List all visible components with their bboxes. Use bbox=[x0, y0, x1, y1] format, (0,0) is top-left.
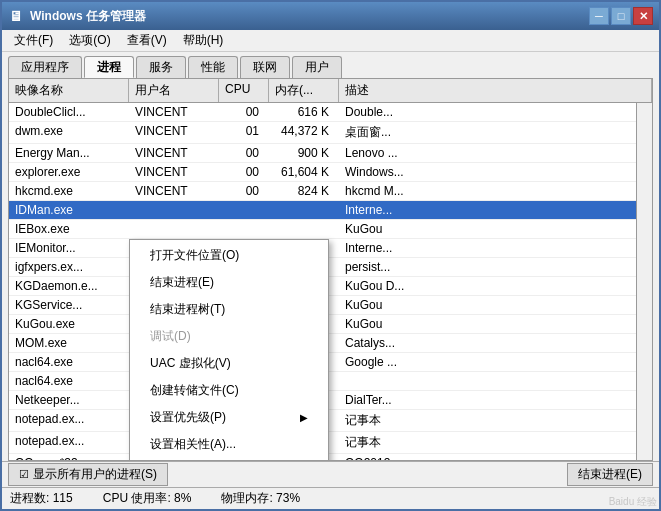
cell-cpu: 00 bbox=[219, 103, 269, 121]
cell-desc: Interne... bbox=[339, 201, 652, 219]
cell-user bbox=[129, 220, 219, 238]
cell-name: notepad.ex... bbox=[9, 410, 129, 431]
context-menu-item[interactable]: 结束进程树(T) bbox=[130, 296, 328, 323]
mem-usage-label: 物理内存: 73% bbox=[221, 490, 300, 507]
cpu-usage-label: CPU 使用率: 8% bbox=[103, 490, 192, 507]
cell-name: Energy Man... bbox=[9, 144, 129, 162]
cell-desc: DialTer... bbox=[339, 391, 652, 409]
cell-name: DoubleClicl... bbox=[9, 103, 129, 121]
cell-name: explorer.exe bbox=[9, 163, 129, 181]
context-menu-item[interactable]: 设置优先级(P)▶ bbox=[130, 404, 328, 431]
minimize-button[interactable]: ─ bbox=[589, 7, 609, 25]
tab-apps[interactable]: 应用程序 bbox=[8, 56, 82, 78]
table-row[interactable]: notepad.ex... 记事本 bbox=[9, 432, 652, 454]
context-menu-item[interactable]: UAC 虚拟化(V) bbox=[130, 350, 328, 377]
cell-desc: Interne... bbox=[339, 239, 652, 257]
cell-mem: 824 K bbox=[269, 182, 339, 200]
cell-desc: Google ... bbox=[339, 353, 652, 371]
col-header-desc[interactable]: 描述 bbox=[339, 79, 652, 102]
cell-desc bbox=[339, 372, 652, 390]
context-menu: 打开文件位置(O)结束进程(E)结束进程树(T)调试(D)UAC 虚拟化(V)创… bbox=[129, 239, 329, 461]
table-row[interactable]: DoubleClicl... VINCENT 00 616 K Double..… bbox=[9, 103, 652, 122]
cell-user: VINCENT bbox=[129, 122, 219, 143]
menu-options[interactable]: 选项(O) bbox=[61, 30, 118, 51]
table-row[interactable]: KGDaemon.e... KuGou D... bbox=[9, 277, 652, 296]
table-body: DoubleClicl... VINCENT 00 616 K Double..… bbox=[9, 103, 652, 460]
table-row[interactable]: IEMonitor... Interne... bbox=[9, 239, 652, 258]
table-row[interactable]: igfxpers.ex... persist... bbox=[9, 258, 652, 277]
cell-user: VINCENT bbox=[129, 182, 219, 200]
main-content: 映像名称 用户名 CPU 内存(... 描述 DoubleClicl... VI… bbox=[8, 78, 653, 461]
cell-name: hkcmd.exe bbox=[9, 182, 129, 200]
table-row[interactable]: Netkeeper... DialTer... bbox=[9, 391, 652, 410]
end-process-button[interactable]: 结束进程(E) bbox=[567, 463, 653, 486]
table-row[interactable]: notepad.ex... 记事本 bbox=[9, 410, 652, 432]
maximize-button[interactable]: □ bbox=[611, 7, 631, 25]
cell-name: KGService... bbox=[9, 296, 129, 314]
tab-network[interactable]: 联网 bbox=[240, 56, 290, 78]
cell-user: VINCENT bbox=[129, 163, 219, 181]
cell-name: MOM.exe bbox=[9, 334, 129, 352]
tab-services[interactable]: 服务 bbox=[136, 56, 186, 78]
col-header-mem[interactable]: 内存(... bbox=[269, 79, 339, 102]
table-row[interactable]: MOM.exe Catalys... bbox=[9, 334, 652, 353]
cell-name: KuGou.exe bbox=[9, 315, 129, 333]
tab-performance[interactable]: 性能 bbox=[188, 56, 238, 78]
tab-users[interactable]: 用户 bbox=[292, 56, 342, 78]
table-row[interactable]: KuGou.exe KuGou bbox=[9, 315, 652, 334]
table-row[interactable]: explorer.exe VINCENT 00 61,604 K Windows… bbox=[9, 163, 652, 182]
table-row[interactable]: IEBox.exe KuGou bbox=[9, 220, 652, 239]
scrollbar[interactable] bbox=[636, 103, 652, 460]
cell-name: QQ.exe *32 bbox=[9, 454, 129, 460]
context-menu-item[interactable]: 创建转储文件(C) bbox=[130, 377, 328, 404]
col-header-user[interactable]: 用户名 bbox=[129, 79, 219, 102]
cell-name: Netkeeper... bbox=[9, 391, 129, 409]
menu-file[interactable]: 文件(F) bbox=[6, 30, 61, 51]
table-row[interactable]: nacl64.exe bbox=[9, 372, 652, 391]
cell-user bbox=[129, 201, 219, 219]
show-all-users-button[interactable]: ☑ 显示所有用户的进程(S) bbox=[8, 463, 168, 486]
window-title: Windows 任务管理器 bbox=[30, 8, 589, 25]
bottom-bar: ☑ 显示所有用户的进程(S) 结束进程(E) bbox=[2, 461, 659, 487]
tabs-bar: 应用程序 进程 服务 性能 联网 用户 bbox=[2, 52, 659, 78]
checkbox-icon: ☑ bbox=[19, 468, 29, 481]
table-row[interactable]: nacl64.exe Google ... bbox=[9, 353, 652, 372]
col-header-cpu[interactable]: CPU bbox=[219, 79, 269, 102]
table-row[interactable]: hkcmd.exe VINCENT 00 824 K hkcmd M... bbox=[9, 182, 652, 201]
cell-desc: KuGou bbox=[339, 220, 652, 238]
context-menu-item[interactable]: 属性(R) bbox=[130, 458, 328, 461]
context-menu-item[interactable]: 结束进程(E) bbox=[130, 269, 328, 296]
context-menu-item[interactable]: 打开文件位置(O) bbox=[130, 242, 328, 269]
cell-desc: persist... bbox=[339, 258, 652, 276]
col-header-name[interactable]: 映像名称 bbox=[9, 79, 129, 102]
table-row[interactable]: KGService... KuGou bbox=[9, 296, 652, 315]
menu-view[interactable]: 查看(V) bbox=[119, 30, 175, 51]
context-menu-item[interactable]: 设置相关性(A)... bbox=[130, 431, 328, 458]
status-bar: 进程数: 115 CPU 使用率: 8% 物理内存: 73% Baidu 经验 bbox=[2, 487, 659, 509]
cell-desc: 记事本 bbox=[339, 432, 652, 453]
cell-name: IEBox.exe bbox=[9, 220, 129, 238]
table-row[interactable]: QQ.exe *32 QQ2013 bbox=[9, 454, 652, 460]
menu-bar: 文件(F) 选项(O) 查看(V) 帮助(H) bbox=[2, 30, 659, 52]
title-bar-buttons: ─ □ ✕ bbox=[589, 7, 653, 25]
cell-name: igfxpers.ex... bbox=[9, 258, 129, 276]
cell-desc: KuGou D... bbox=[339, 277, 652, 295]
cell-mem: 61,604 K bbox=[269, 163, 339, 181]
title-bar: 🖥 Windows 任务管理器 ─ □ ✕ bbox=[2, 2, 659, 30]
cell-desc: QQ2013 bbox=[339, 454, 652, 460]
table-row[interactable]: IDMan.exe Interne... bbox=[9, 201, 652, 220]
cell-user: VINCENT bbox=[129, 103, 219, 121]
cell-desc: hkcmd M... bbox=[339, 182, 652, 200]
table-row[interactable]: Energy Man... VINCENT 00 900 K Lenovo ..… bbox=[9, 144, 652, 163]
cell-desc: Windows... bbox=[339, 163, 652, 181]
cell-cpu bbox=[219, 220, 269, 238]
tab-processes[interactable]: 进程 bbox=[84, 56, 134, 78]
cell-mem: 900 K bbox=[269, 144, 339, 162]
submenu-arrow-icon: ▶ bbox=[300, 412, 308, 423]
menu-help[interactable]: 帮助(H) bbox=[175, 30, 232, 51]
watermark: Baidu 经验 bbox=[609, 495, 657, 509]
cell-name: KGDaemon.e... bbox=[9, 277, 129, 295]
table-row[interactable]: dwm.exe VINCENT 01 44,372 K 桌面窗... bbox=[9, 122, 652, 144]
close-button[interactable]: ✕ bbox=[633, 7, 653, 25]
cell-name: nacl64.exe bbox=[9, 353, 129, 371]
